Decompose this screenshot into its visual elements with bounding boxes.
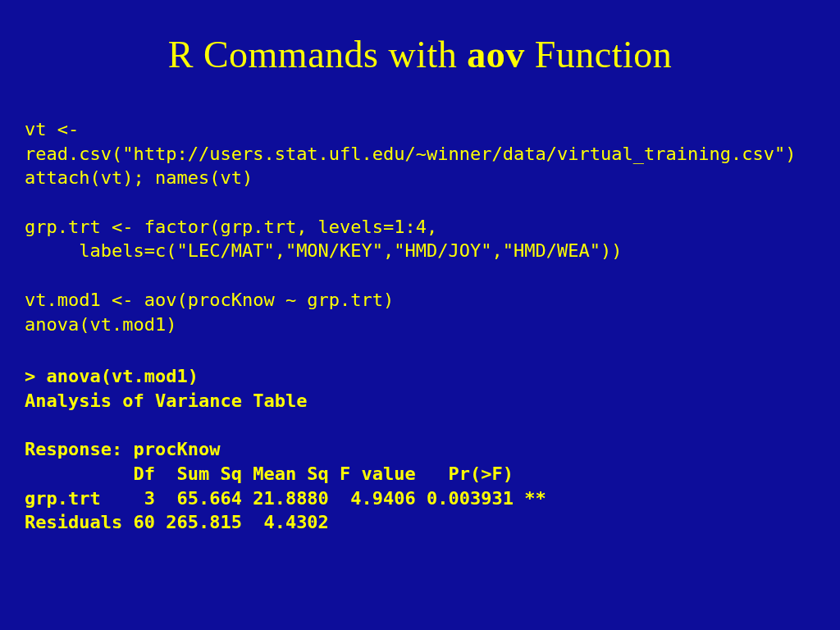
slide-title: R Commands with aov Function — [25, 33, 815, 76]
code-block: vt <- read.csv("http://users.stat.ufl.ed… — [25, 117, 815, 336]
slide: R Commands with aov Function vt <- read.… — [0, 0, 840, 630]
output-block: > anova(vt.mod1) Analysis of Variance Ta… — [25, 364, 815, 535]
title-bold: aov — [467, 34, 525, 75]
title-pre: R Commands with — [168, 34, 468, 75]
title-post: Function — [525, 34, 673, 75]
